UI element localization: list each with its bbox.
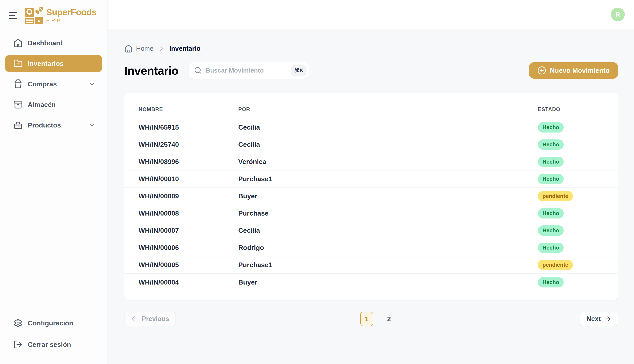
cell-por: Purchase (238, 210, 538, 217)
status-badge: Hecho (538, 140, 564, 150)
brand-name: SuperFoods (46, 8, 97, 17)
search-input[interactable] (206, 67, 291, 74)
table-row[interactable]: WH/IN/00009 Buyer pendiente (124, 188, 618, 205)
next-page-button[interactable]: Next (580, 312, 618, 326)
cell-estado: Hecho (538, 277, 618, 288)
table-row[interactable]: WH/IN/00004 Buyer Hecho (124, 274, 618, 291)
cell-estado: pendiente (538, 191, 618, 201)
breadcrumb-home-label: Home (136, 45, 153, 52)
cell-estado: Hecho (538, 174, 618, 184)
brand-logo: SuperFoods ERP (25, 7, 97, 24)
page-numbers: 1 2 (360, 312, 395, 326)
status-badge: Hecho (538, 226, 564, 236)
cell-estado: Hecho (538, 122, 618, 132)
cell-por: Purchase1 (238, 175, 538, 183)
previous-page-button[interactable]: Previous (124, 312, 176, 326)
brand-subtitle: ERP (46, 18, 97, 23)
keyboard-shortcut-badge: ⌘K (291, 65, 307, 76)
chevron-down-icon (88, 122, 97, 129)
sidebar-footer: Configuración Cerrar sesión (0, 314, 107, 364)
cell-nombre: WH/IN/00009 (124, 192, 238, 200)
sidebar-item-label: Inventarios (28, 60, 64, 68)
search-box: ⌘K (188, 62, 309, 79)
status-badge: Hecho (538, 174, 564, 184)
sidebar-header: SuperFoods ERP (0, 0, 107, 29)
cell-por: Purchase1 (238, 261, 538, 269)
table-row[interactable]: WH/IN/00006 Rodrigo Hecho (124, 239, 618, 256)
chevron-right-icon (158, 45, 165, 52)
cell-nombre: WH/IN/00010 (124, 175, 238, 183)
sidebar-item-label: Dashboard (28, 39, 63, 47)
sidebar-item-dashboard[interactable]: Dashboard (5, 34, 102, 52)
cell-por: Cecilia (238, 141, 538, 148)
sidebar-nav: Dashboard Inventarios Compras Almacén Pr… (0, 29, 107, 134)
column-header-por: POR (238, 106, 538, 112)
page-number-1[interactable]: 1 (360, 312, 373, 326)
home-icon (14, 38, 23, 48)
table-row[interactable]: WH/IN/65915 Cecilia Hecho (124, 119, 618, 136)
page-title: Inventario (124, 64, 178, 77)
sidebar-item-label: Almacén (28, 101, 56, 108)
plus-circle-icon (537, 66, 546, 75)
cell-nombre: WH/IN/00005 (124, 261, 238, 269)
search-icon (194, 66, 202, 74)
table-row[interactable]: WH/IN/00005 Purchase1 pendiente (124, 256, 618, 274)
cell-por: Verónica (238, 158, 538, 166)
status-badge: Hecho (538, 208, 564, 218)
cell-estado: Hecho (538, 140, 618, 150)
avatar[interactable]: R (611, 8, 625, 22)
breadcrumb-home-link[interactable]: Home (124, 44, 153, 53)
table-row[interactable]: WH/IN/08996 Verónica Hecho (124, 153, 618, 170)
box-icon (14, 120, 23, 130)
home-icon (124, 44, 133, 53)
logout-icon (14, 340, 23, 349)
sidebar-item-label: Configuración (28, 319, 73, 327)
sidebar-item-productos[interactable]: Productos (5, 116, 102, 134)
new-movement-label: Nuevo Movimiento (550, 67, 610, 74)
page-number-2[interactable]: 2 (382, 312, 395, 326)
shopping-bag-icon (14, 80, 23, 89)
sidebar-item-label: Productos (28, 122, 61, 129)
cell-por: Cecilia (238, 227, 538, 234)
new-movement-button[interactable]: Nuevo Movimiento (529, 62, 618, 79)
breadcrumb: Home Inventario (124, 44, 618, 53)
gear-icon (14, 318, 23, 328)
sidebar-item-configuracion[interactable]: Configuración (5, 314, 102, 332)
app-root: SuperFoods ERP Dashboard Inventarios Com… (0, 0, 634, 364)
cell-nombre: WH/IN/00008 (124, 210, 238, 217)
cell-estado: Hecho (538, 242, 618, 253)
cell-nombre: WH/IN/25740 (124, 141, 238, 148)
main-content: Home Inventario Inventario ⌘K Nuevo Movi… (107, 29, 634, 364)
cell-por: Rodrigo (238, 244, 538, 252)
sidebar-item-inventarios[interactable]: Inventarios (5, 55, 102, 72)
cell-nombre: WH/IN/08996 (124, 158, 238, 166)
status-badge: Hecho (538, 277, 564, 288)
folder-plus-icon (14, 59, 23, 68)
sidebar: SuperFoods ERP Dashboard Inventarios Com… (0, 0, 107, 364)
superfoods-logo-icon (25, 7, 43, 24)
table-row[interactable]: WH/IN/00010 Purchase1 Hecho (124, 170, 618, 188)
sidebar-item-almacen[interactable]: Almacén (5, 96, 102, 113)
status-badge: pendiente (538, 191, 573, 201)
status-badge: Hecho (538, 242, 564, 253)
arrow-left-icon (131, 315, 138, 323)
column-header-estado: ESTADO (538, 106, 618, 112)
arrow-right-icon (604, 315, 611, 323)
cell-por: Cecilia (238, 124, 538, 131)
pagination: Previous 1 2 Next (124, 312, 618, 326)
title-row: Inventario ⌘K Nuevo Movimiento (124, 62, 618, 79)
hamburger-menu-icon[interactable] (9, 11, 19, 20)
table-row[interactable]: WH/IN/25740 Cecilia Hecho (124, 136, 618, 153)
previous-page-label: Previous (142, 315, 169, 323)
cell-nombre: WH/IN/00004 (124, 278, 238, 286)
cell-nombre: WH/IN/65915 (124, 124, 238, 131)
cell-por: Buyer (238, 192, 538, 200)
table-row[interactable]: WH/IN/00007 Cecilia Hecho (124, 222, 618, 239)
table-header-row: NOMBRE POR ESTADO (124, 93, 618, 119)
cell-estado: pendiente (538, 260, 618, 270)
sidebar-item-cerrar-sesion[interactable]: Cerrar sesión (5, 336, 102, 353)
cell-nombre: WH/IN/00006 (124, 244, 238, 252)
status-badge: pendiente (538, 260, 573, 270)
table-row[interactable]: WH/IN/00008 Purchase Hecho (124, 205, 618, 222)
sidebar-item-compras[interactable]: Compras (5, 76, 102, 93)
